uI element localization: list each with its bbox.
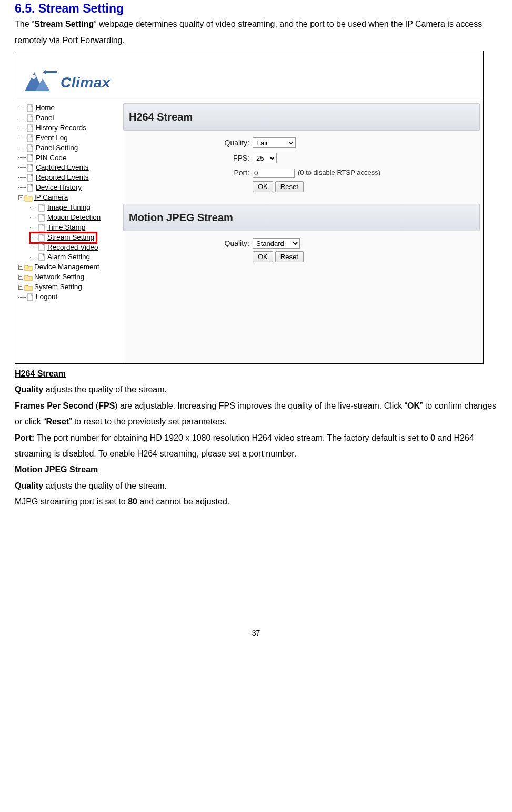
reset-button[interactable]: Reset [275,181,304,192]
doc-icon [27,154,34,162]
mjpeg-form: Quality: Standard OK Reset [123,233,483,272]
tree-label: System Setting [34,283,82,291]
svg-marker-1 [43,70,46,74]
tree-item-recorded-video[interactable]: Recorded Video [18,243,123,253]
fps-paren-post: ) are adjustable. Increasing FPS improve… [115,401,407,410]
doc-icon [27,184,34,192]
port-zero-bold: 0 [430,433,435,442]
quality-bold: Quality [15,385,43,394]
tree-label: Time Stamp [47,223,85,231]
tree-label: PIN Code [36,154,67,162]
page-number: 37 [15,626,497,651]
tree-folder-device-management[interactable]: +Device Management [18,262,123,272]
tree-item-time-stamp[interactable]: Time Stamp [18,223,123,233]
logo-icon [21,65,57,96]
section-heading: 6.5. Stream Setting [15,2,497,15]
mj-q-bold: Quality [15,481,43,490]
tree-item-event-log[interactable]: Event Log [18,133,123,143]
intro-paragraph: The “Stream Setting” webpage determines … [15,16,497,48]
tree-label: Network Setting [34,273,84,281]
tree-folder-network-setting[interactable]: +Network Setting [18,272,123,282]
mj-port-post: and cannot be adjusted. [137,497,229,506]
tree-label: Device History [36,183,82,191]
body-text: H264 Stream Quality adjusts the quality … [15,366,497,510]
tree-label: History Records [36,124,86,132]
mj-port-bold: 80 [128,497,137,506]
tree-label: Event Log [36,134,68,142]
row-port: Port: (0 to disable RTSP access) [123,166,483,180]
tree-item-panel-setting[interactable]: Panel Setting [18,143,123,153]
intro-text-bold: Stream Setting [34,19,94,28]
mj-quality-label: Quality: [123,236,249,251]
tree-item-stream-setting[interactable]: Stream Setting [18,233,123,243]
tree-label: Recorded Video [47,243,98,251]
mjpeg-button-row: OK Reset [123,251,483,262]
tree-folder-system-setting[interactable]: +System Setting [18,282,123,292]
mj-quality-select[interactable]: Standard [253,238,300,249]
doc-icon [38,234,46,242]
doc-icon [27,293,34,301]
quality-label: Quality: [123,136,249,150]
screenshot-frame: Climax Home Panel History Records Event … [15,51,484,364]
fps-paren-pre: ( [93,401,98,410]
port-bold: Port: [15,433,34,442]
tree-label: Captured Events [36,163,89,171]
expand-icon[interactable]: + [18,275,23,280]
port-label: Port: [123,166,249,180]
tree-item-alarm-setting[interactable]: Alarm Setting [18,252,123,262]
intro-text-pre: The “ [15,19,34,28]
doc-icon [27,114,34,122]
tree-label: Panel Setting [36,144,78,152]
fps-label: FPS: [123,151,249,165]
tree-label: Device Management [34,263,99,271]
h264-form: Quality: Fair FPS: 25 Port: (0 to disabl… [123,133,483,202]
folder-icon [24,284,33,291]
tree-item-device-history[interactable]: Device History [18,183,123,193]
doc-icon [38,253,46,261]
mj-reset-button[interactable]: Reset [275,251,304,262]
quality-select[interactable]: Fair [253,137,296,148]
h264-panel-header: H264 Stream [123,103,480,131]
port-input[interactable] [253,169,295,178]
tree-item-logout[interactable]: Logout [18,292,123,302]
row-fps: FPS: 25 [123,151,483,165]
doc-icon [27,104,34,112]
tree-item-home[interactable]: Home [18,103,123,113]
nav-tree: Home Panel History Records Event Log Pan… [15,101,123,363]
folder-open-icon [24,194,33,202]
doc-icon [27,134,34,142]
expand-icon[interactable]: + [18,265,23,270]
doc-icon [27,164,34,172]
tree-item-captured-events[interactable]: Captured Events [18,163,123,173]
tree-item-history-records[interactable]: History Records [18,123,123,133]
collapse-icon[interactable]: - [18,195,23,200]
fps-select[interactable]: 25 [253,153,277,163]
doc-icon [38,204,46,212]
expand-icon[interactable]: + [18,285,23,290]
mjpeg-panel-header: Motion JPEG Stream [123,204,480,231]
tree-label: Panel [36,114,54,122]
content-area: H264 Stream Quality: Fair FPS: 25 Port: [123,101,483,363]
tree-folder-ipcamera[interactable]: -IP Camera [18,193,123,203]
tree-item-reported-events[interactable]: Reported Events [18,173,123,183]
quality-rest: adjusts the quality of the stream. [43,385,167,394]
tree-item-pin-code[interactable]: PIN Code [18,153,123,163]
folder-icon [24,264,33,271]
tree-label: Stream Setting [47,233,94,241]
ok-bold: OK [407,401,420,410]
folder-icon [24,274,33,281]
tree-item-motion-detection[interactable]: Motion Detection [18,213,123,223]
mj-q-rest: adjusts the quality of the stream. [43,481,167,490]
frame-body: Home Panel History Records Event Log Pan… [15,101,483,363]
tree-label: Motion Detection [47,213,101,221]
tree-item-image-tuning[interactable]: Image Tuning [18,203,123,213]
tree-item-panel[interactable]: Panel [18,113,123,123]
h264-button-row: OK Reset [123,181,483,192]
mj-ok-button[interactable]: OK [253,251,273,262]
port-hint: (0 to disable RTSP access) [298,166,380,180]
ok-button[interactable]: OK [253,181,273,192]
tree-label: Alarm Setting [47,253,90,261]
h264-title: H264 Stream [15,369,66,378]
mj-port-pre: MJPG streaming port is set to [15,497,128,506]
svg-point-2 [32,75,36,79]
